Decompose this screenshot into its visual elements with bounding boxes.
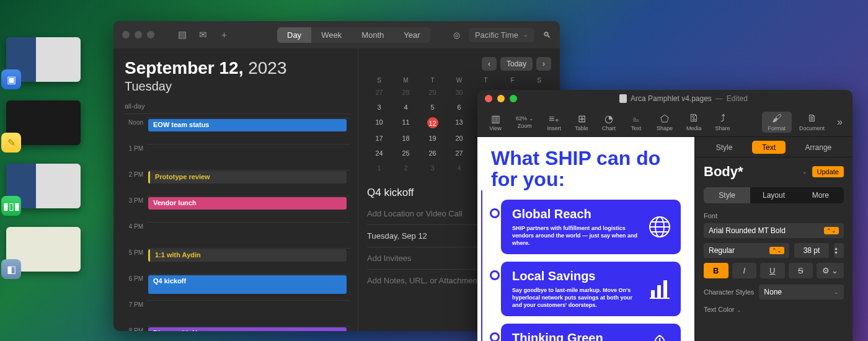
mini-cal-day[interactable]: 17 <box>367 133 391 143</box>
shape-button[interactable]: ⬠Shape <box>650 112 679 133</box>
mini-cal-day[interactable]: 25 <box>394 148 418 158</box>
mini-cal-day[interactable]: 30 <box>447 87 471 97</box>
calendar-titlebar: ▤ ✉ ＋ Day Week Month Year ◎ Pacific Time… <box>113 21 560 48</box>
text-button[interactable]: ⎁Text <box>623 112 649 133</box>
mini-cal-day[interactable]: 12 <box>427 117 438 128</box>
char-styles-dropdown[interactable]: None⌄ <box>759 285 844 299</box>
view-segmented-control[interactable]: Day Week Month Year <box>277 27 430 43</box>
mini-cal-day[interactable]: 24 <box>367 148 391 158</box>
calendar-event[interactable]: 1:1 with Aydin <box>148 249 347 262</box>
font-size-input[interactable] <box>794 243 829 258</box>
zoom-dropdown[interactable]: 62% ⌄Zoom <box>510 114 540 130</box>
seg-style[interactable]: Style <box>704 187 750 203</box>
mini-cal-day[interactable]: 2 <box>394 163 418 173</box>
mini-cal-day[interactable]: 11 <box>394 117 418 128</box>
insert-button[interactable]: ≡₊Insert <box>541 112 568 133</box>
media-button[interactable]: 🖻Media <box>680 112 708 133</box>
thumbnail-keynote[interactable]: ▣ <box>6 37 81 82</box>
mini-cal-day[interactable]: 10 <box>367 117 391 128</box>
mini-cal-day[interactable]: 3 <box>367 102 391 112</box>
mini-cal-day[interactable]: 18 <box>394 133 418 143</box>
seg-more[interactable]: More <box>797 187 844 203</box>
prev-day-button[interactable]: ‹ <box>482 57 497 71</box>
tab-style[interactable]: Style <box>709 141 740 157</box>
view-day[interactable]: Day <box>277 27 311 43</box>
view-button[interactable]: ▥View <box>482 112 508 133</box>
next-day-button[interactable]: › <box>536 57 551 71</box>
mini-cal-day[interactable]: 3 <box>420 163 445 173</box>
more-icon[interactable]: » <box>832 117 848 128</box>
text-segmented-control[interactable]: Style Layout More <box>704 187 844 203</box>
text-options-button[interactable]: ⚙ ⌄ <box>817 263 844 278</box>
document-title[interactable]: Arca Pamphlet v4.pages — Edited <box>619 94 748 103</box>
font-family-dropdown[interactable]: Arial Rounded MT Bold⌃⌄ <box>704 223 844 238</box>
today-button[interactable]: Today <box>500 57 533 71</box>
add-event-icon[interactable]: ＋ <box>219 29 229 41</box>
calendar-event[interactable]: EOW team status <box>148 119 347 131</box>
calendars-icon[interactable]: ▤ <box>178 29 187 41</box>
hour-slot[interactable]: Q4 kickoff <box>147 274 350 300</box>
mini-cal-day[interactable]: 19 <box>420 133 445 143</box>
mini-cal-day[interactable]: 29 <box>420 87 445 97</box>
mini-cal-day[interactable]: 1 <box>367 163 391 173</box>
hour-slot[interactable]: Prototype review <box>147 170 350 196</box>
table-button[interactable]: ⊞Table <box>569 112 595 133</box>
chart-button[interactable]: ◔Chart <box>596 112 622 133</box>
font-weight-dropdown[interactable]: Regular⌃⌄ <box>704 243 789 258</box>
mini-cal-day[interactable]: 4 <box>394 102 418 112</box>
mini-cal-day[interactable]: 13 <box>447 117 471 128</box>
tab-text[interactable]: Text <box>752 141 786 154</box>
italic-button[interactable]: I <box>732 263 757 278</box>
inspector-tabs[interactable]: Style Text Arrange <box>695 137 852 157</box>
paragraph-style-dropdown[interactable]: Body* <box>704 164 797 180</box>
view-week[interactable]: Week <box>311 27 352 43</box>
format-button[interactable]: 🖌Format <box>762 112 792 133</box>
calendar-event[interactable]: Dinner with Nura <box>148 327 347 331</box>
document-canvas[interactable]: What SHIP can do for you: Global ReachSH… <box>477 137 694 341</box>
availability-icon[interactable]: ◎ <box>453 30 460 40</box>
timezone-dropdown[interactable]: Pacific Time⌄ <box>469 28 534 42</box>
mini-cal-day[interactable]: 26 <box>420 148 445 158</box>
card-title: Local Savings <box>512 269 639 283</box>
mini-cal-day[interactable]: 20 <box>447 133 471 143</box>
hour-slot[interactable] <box>147 300 350 326</box>
globe-icon <box>647 215 672 239</box>
view-month[interactable]: Month <box>352 27 394 43</box>
share-button[interactable]: ⤴Share <box>709 112 737 133</box>
inbox-icon[interactable]: ✉ <box>199 29 207 41</box>
mini-cal-day[interactable]: 28 <box>394 87 418 97</box>
hour-slot[interactable]: 1:1 with Aydin <box>147 248 350 274</box>
mini-cal-day[interactable]: 27 <box>367 87 391 97</box>
bold-button[interactable]: B <box>704 263 728 278</box>
document-button[interactable]: 🗎Document <box>793 112 831 133</box>
calendar-event[interactable]: Vendor lunch <box>148 197 347 210</box>
update-style-button[interactable]: Update <box>812 166 844 177</box>
calendar-event[interactable]: Prototype review <box>148 171 347 184</box>
doc-headline[interactable]: What SHIP can do for you: <box>491 148 681 190</box>
font-size-stepper[interactable]: ▲▼ <box>834 243 844 258</box>
view-year[interactable]: Year <box>394 27 430 43</box>
thumbnail-notes[interactable]: ✎ <box>6 100 81 145</box>
hour-slot[interactable] <box>147 222 350 248</box>
search-icon[interactable]: 🔍︎ <box>543 30 551 40</box>
doc-card[interactable]: Thinking GreenEvery Move On Certified Pa… <box>501 324 681 341</box>
thumbnail-preview[interactable]: ◧ <box>6 227 81 272</box>
traffic-lights[interactable] <box>122 31 154 38</box>
doc-card[interactable]: Global ReachSHIP partners with fulfillme… <box>501 200 681 254</box>
strikethrough-button[interactable]: S <box>789 263 813 278</box>
mini-cal-day[interactable]: 4 <box>447 163 471 173</box>
mini-cal-day[interactable]: 5 <box>420 102 445 112</box>
mini-cal-day[interactable]: 6 <box>447 102 471 112</box>
underline-button[interactable]: U <box>760 263 785 278</box>
hour-slot[interactable]: EOW team status <box>147 118 350 144</box>
calendar-event[interactable]: Q4 kickoff <box>148 275 347 294</box>
doc-card[interactable]: Local SavingsSay goodbye to last-mile ma… <box>501 262 681 316</box>
tab-arrange[interactable]: Arrange <box>798 141 839 157</box>
hour-slot[interactable]: Dinner with Nura <box>147 326 350 331</box>
seg-layout[interactable]: Layout <box>750 187 797 203</box>
hour-slot[interactable] <box>147 144 350 170</box>
thumbnail-numbers[interactable]: ▮▯▮ <box>6 164 81 208</box>
mini-cal-day[interactable]: 27 <box>447 148 471 158</box>
hour-slot[interactable]: Vendor lunch <box>147 196 350 222</box>
traffic-lights[interactable] <box>485 95 517 102</box>
